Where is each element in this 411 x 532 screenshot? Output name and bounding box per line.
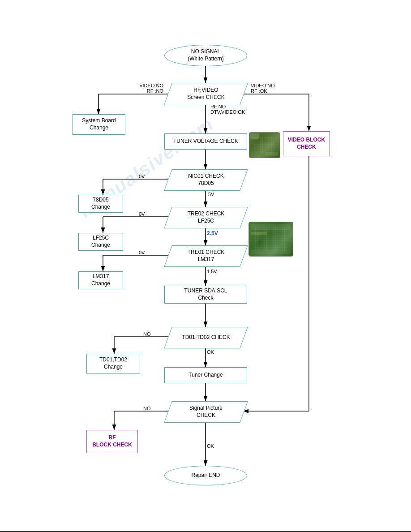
rf-block-label: RFBLOCK CHECK [92, 434, 132, 448]
label-0v-3: 0V [139, 250, 145, 255]
video-block-check: VIDEO BLOCKCHECK [283, 131, 330, 156]
tuner-voltage-label: TUNER VOLTAGE CHECK [173, 138, 238, 145]
system-board-label: System BoardChange [82, 117, 116, 131]
system-board-change: System BoardChange [73, 114, 125, 135]
td01-td02-check: TD01,TD02 CHECK [168, 327, 244, 348]
label-video-no-rf-ok: VIDEO:NORF :OK [251, 83, 275, 94]
lm317-change: LM317Change [78, 271, 123, 289]
label-5v: 5V [208, 192, 214, 197]
label-rf-no-dtv: RF:NODTV,VIDEO:OK [210, 104, 245, 115]
tuner-change-label: Tuner Change [188, 372, 223, 379]
label-video-no-rf-no: VIDEO:NORF :NO [110, 83, 163, 94]
treo2-label: TRE02 CHECKLF25C [188, 210, 225, 224]
td01-td02-change: TD01,TD02Change [86, 354, 140, 373]
tuner-sda-scl: TUNER SDA,SCLCheck [164, 286, 247, 304]
label-15v: 1.5V [207, 269, 217, 274]
label-25v: 2.5V [207, 230, 218, 236]
nico1-label: NIC01 CHECK78D05 [188, 173, 223, 187]
label-ok-1: OK [207, 349, 214, 355]
label-no-1: NO [143, 331, 151, 337]
board-image-2 [248, 222, 293, 257]
signal-picture-check: Signal PictureCHECK [168, 401, 244, 423]
start-label: NO SIGNAL(White Pattern) [188, 48, 224, 62]
label-0v-1: 0V [139, 174, 145, 179]
decision1: RF,VIDEOScreen CHECK [168, 83, 244, 105]
decision1-label: RF,VIDEOScreen CHECK [187, 87, 224, 101]
td01-td02-change-label: TD01,TD02Change [99, 356, 127, 370]
tuner-sda-label: TUNER SDA,SCLCheck [184, 287, 227, 301]
signal-picture-label: Signal PictureCHECK [189, 405, 223, 419]
lf25c-label: LF25CChange [91, 235, 110, 249]
treo2-check: TRE02 CHECKLF25C [168, 207, 244, 228]
label-0v-2: 0V [139, 211, 145, 217]
change-78d05-label: 78D05Change [91, 197, 110, 210]
lf25c-change: LF25CChange [78, 233, 123, 251]
label-ok-2: OK [207, 443, 214, 449]
video-block-label: VIDEO BLOCKCHECK [288, 137, 325, 150]
label-no-2: NO [143, 406, 151, 411]
rf-block-check: RFBLOCK CHECK [86, 430, 138, 453]
td01-td02-check-label: TD01,TD02 CHECK [182, 334, 230, 341]
tuner-voltage-check: TUNER VOLTAGE CHECK [164, 133, 247, 150]
board-image-1 [249, 132, 280, 158]
change-78d05: 78D05Change [78, 195, 123, 213]
treo1-check: TRE01 CHECKLM317 [168, 245, 244, 267]
repair-end-label: Repair END [191, 472, 220, 479]
lm317-label: LM317Change [91, 273, 110, 287]
treo1-label: TRE01 CHECKLM317 [188, 249, 225, 263]
diagram-container: manualsive.com [0, 0, 411, 532]
repair-end-oval: Repair END [164, 466, 247, 485]
nico1-check: NIC01 CHECK78D05 [168, 169, 244, 191]
tuner-change: Tuner Change [164, 367, 247, 383]
start-oval: NO SIGNAL(White Pattern) [164, 45, 247, 66]
